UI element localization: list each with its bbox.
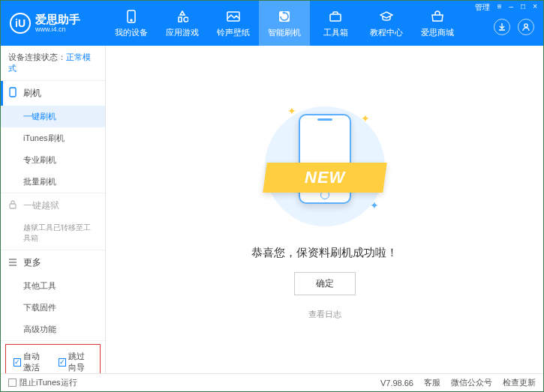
menu-button[interactable]: ≡ — [494, 2, 505, 13]
group-more-header[interactable]: 更多 — [1, 250, 105, 275]
nav-smart-flash[interactable]: 智能刷机 — [259, 1, 310, 46]
app-site: www.i4.cn — [35, 25, 80, 33]
list-icon — [8, 258, 17, 268]
block-itunes-checkbox[interactable]: 阻止iTunes运行 — [8, 377, 77, 388]
nav-label: 铃声壁纸 — [217, 27, 250, 38]
nav-apps[interactable]: 应用游戏 — [157, 1, 208, 46]
main-area: 设备连接状态：正常模式 刷机 一键刷机 iTunes刷机 专业刷机 批量刷机 一… — [1, 46, 543, 373]
content-area: ✦ ✦ ✦ NEW 恭喜您，保资料刷机成功啦！ 确定 查看日志 — [106, 46, 543, 373]
group-title: 更多 — [23, 256, 41, 269]
success-illustration: ✦ ✦ ✦ NEW — [257, 99, 392, 234]
view-log-link[interactable]: 查看日志 — [308, 309, 341, 320]
nav-label: 我的设备 — [115, 27, 148, 38]
sidebar-item-download-firmware[interactable]: 下载固件 — [1, 297, 105, 319]
group-flash-header[interactable]: 刷机 — [1, 81, 105, 106]
nav-my-device[interactable]: 我的设备 — [106, 1, 157, 46]
nav-tutorials[interactable]: 教程中心 — [361, 1, 412, 46]
jailbreak-note: 越狱工具已转移至工具箱 — [1, 218, 105, 250]
sidebar-item-batch-flash[interactable]: 批量刷机 — [1, 171, 105, 193]
manage-button[interactable]: 管理 — [472, 2, 493, 13]
sidebar-item-oneclick-flash[interactable]: 一键刷机 — [1, 106, 105, 127]
checkbox-label: 阻止iTunes运行 — [20, 377, 77, 388]
phone-icon — [124, 9, 139, 24]
nav-label: 教程中心 — [370, 27, 403, 38]
nav-store[interactable]: 爱思商城 — [412, 1, 463, 46]
svg-rect-4 — [330, 14, 341, 21]
checkbox-label: 跳过向导 — [68, 351, 93, 373]
image-icon — [226, 9, 241, 24]
version-label: V7.98.66 — [380, 379, 413, 388]
store-icon — [430, 9, 445, 24]
group-more: 更多 其他工具 下载固件 高级功能 — [1, 250, 105, 341]
group-jailbreak: 一键越狱 越狱工具已转移至工具箱 — [1, 193, 105, 250]
svg-rect-7 — [10, 204, 16, 208]
toolbox-icon — [328, 9, 343, 24]
bottom-bar: 阻止iTunes运行 V7.98.66 客服 微信公众号 检查更新 — [1, 373, 543, 391]
nav-label: 工具箱 — [323, 27, 348, 38]
nav-label: 应用游戏 — [166, 27, 199, 38]
group-jailbreak-header[interactable]: 一键越狱 — [1, 193, 105, 218]
close-button[interactable]: × — [530, 2, 540, 13]
minimize-button[interactable]: – — [506, 2, 517, 13]
lock-icon — [8, 200, 17, 211]
nav-ringtones[interactable]: 铃声壁纸 — [208, 1, 259, 46]
check-icon: ✓ — [14, 358, 21, 367]
logo-area: iU 爱思助手 www.i4.cn — [1, 13, 106, 34]
nav-toolbox[interactable]: 工具箱 — [310, 1, 361, 46]
auto-activate-checkbox[interactable]: ✓ 自动激活 — [14, 351, 48, 373]
ok-button[interactable]: 确定 — [294, 272, 356, 295]
apps-icon — [175, 9, 190, 24]
app-name: 爱思助手 — [35, 13, 80, 26]
group-title: 刷机 — [23, 87, 41, 100]
phone-icon — [8, 87, 17, 100]
logo-icon: iU — [10, 13, 31, 34]
header: iU 爱思助手 www.i4.cn 我的设备 应用游戏 铃声壁纸 智能刷机 工具… — [1, 1, 543, 46]
check-update-link[interactable]: 检查更新 — [503, 377, 536, 388]
sidebar-item-itunes-flash[interactable]: iTunes刷机 — [1, 127, 105, 149]
download-button[interactable] — [494, 19, 510, 35]
header-right-icons — [494, 19, 534, 35]
checkbox-icon — [8, 379, 17, 387]
group-title: 一键越狱 — [23, 199, 59, 212]
user-button[interactable] — [518, 19, 534, 35]
nav-label: 智能刷机 — [268, 27, 301, 38]
connection-status: 设备连接状态：正常模式 — [1, 46, 105, 81]
sidebar-item-pro-flash[interactable]: 专业刷机 — [1, 149, 105, 171]
options-row: ✓ 自动激活 ✓ 跳过向导 — [5, 344, 101, 373]
success-message: 恭喜您，保资料刷机成功啦！ — [251, 246, 398, 260]
customer-service-link[interactable]: 客服 — [424, 377, 440, 388]
window-controls: 管理 ≡ – □ × — [472, 2, 540, 13]
svg-rect-6 — [10, 88, 16, 97]
graduation-icon — [379, 9, 394, 24]
checkbox-label: 自动激活 — [23, 351, 48, 373]
svg-point-1 — [131, 19, 132, 21]
sidebar: 设备连接状态：正常模式 刷机 一键刷机 iTunes刷机 专业刷机 批量刷机 一… — [1, 46, 106, 373]
sidebar-item-advanced[interactable]: 高级功能 — [1, 319, 105, 340]
bottom-right: V7.98.66 客服 微信公众号 检查更新 — [380, 377, 536, 388]
check-icon: ✓ — [59, 358, 66, 367]
wechat-link[interactable]: 微信公众号 — [451, 377, 492, 388]
nav-label: 爱思商城 — [421, 27, 454, 38]
skip-guide-checkbox[interactable]: ✓ 跳过向导 — [59, 351, 93, 373]
svg-point-5 — [524, 24, 527, 27]
maximize-button[interactable]: □ — [518, 2, 528, 13]
new-banner: NEW — [263, 163, 387, 193]
status-label: 设备连接状态： — [8, 52, 66, 61]
refresh-icon — [277, 9, 292, 24]
sidebar-item-other-tools[interactable]: 其他工具 — [1, 275, 105, 297]
group-flash: 刷机 一键刷机 iTunes刷机 专业刷机 批量刷机 — [1, 81, 105, 193]
new-label: NEW — [304, 168, 344, 187]
